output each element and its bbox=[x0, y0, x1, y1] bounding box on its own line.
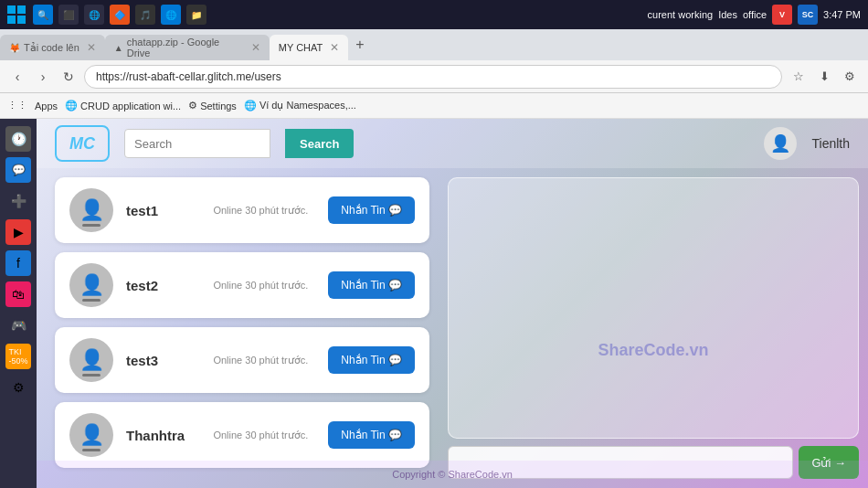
windows-logo-icon[interactable] bbox=[7, 5, 26, 24]
app-header: MC Search 👤 Tienlth bbox=[37, 119, 868, 168]
user-name-0: test1 bbox=[126, 203, 200, 218]
app2-icon[interactable]: 🎵 bbox=[135, 5, 155, 25]
bookmark-ns-label: Ví dụ Namespaces,... bbox=[259, 100, 356, 111]
bookmark-namespaces[interactable]: 🌐 Ví dụ Namespaces,... bbox=[244, 100, 356, 111]
bookmarks-bar: ⋮⋮ Apps 🌐 CRUD application wi... ⚙ Setti… bbox=[0, 93, 868, 119]
download-icon[interactable]: ⬇ bbox=[813, 66, 835, 88]
new-tab-button[interactable]: + bbox=[348, 37, 371, 53]
user-status-1: Online 30 phút trước. bbox=[213, 280, 308, 292]
bookmark-settings-label: Settings bbox=[200, 101, 237, 111]
avatar-bar-0 bbox=[82, 224, 101, 227]
sidebar-add-icon[interactable]: ➕ bbox=[5, 188, 31, 214]
bookmark-crud-icon: 🌐 bbox=[65, 100, 78, 111]
user-avatar-3: 👤 bbox=[69, 413, 113, 457]
send-button[interactable]: Gửi → bbox=[799, 446, 859, 479]
user-avatar-2: 👤 bbox=[69, 338, 113, 382]
taskbar-left: 🔍 ⬛ 🌐 🔷 🎵 🌐 📁 bbox=[7, 5, 206, 25]
message-button-1[interactable]: Nhắn Tin 💬 bbox=[328, 271, 415, 299]
tab2-label: chatapp.zip - Google Drive bbox=[127, 37, 244, 58]
taskbar: 🔍 ⬛ 🌐 🔷 🎵 🌐 📁 curent working Ides office… bbox=[0, 0, 868, 29]
avatar-bar-1 bbox=[82, 299, 101, 302]
bookmark-crud-label: CRUD application wi... bbox=[80, 101, 181, 111]
chat-input[interactable] bbox=[448, 446, 793, 479]
app3-icon[interactable]: 🌐 bbox=[161, 5, 181, 25]
user-avatar-0: 👤 bbox=[69, 188, 113, 232]
avatar-icon-0: 👤 bbox=[79, 198, 104, 222]
username-label: Tienlth bbox=[811, 136, 850, 151]
clock: 3:47 PM bbox=[823, 9, 861, 20]
user-card-3: 👤 Thanhtra Online 30 phút trước. Nhắn Ti… bbox=[55, 402, 429, 468]
chat-messages-area: ShareCode.vn bbox=[448, 177, 859, 439]
address-actions: ☆ ⬇ ⚙ bbox=[788, 66, 861, 88]
tab-drive[interactable]: ▲ chatapp.zip - Google Drive ✕ bbox=[105, 35, 270, 60]
sidebar-clock-icon[interactable]: 🕐 bbox=[5, 126, 31, 152]
app4-icon[interactable]: 📁 bbox=[186, 5, 206, 25]
sidebar-shop-icon[interactable]: 🛍 bbox=[5, 281, 31, 307]
tab-bar: 🦊 Tải code lên ✕ ▲ chatapp.zip - Google … bbox=[0, 29, 868, 60]
message-button-3[interactable]: Nhắn Tin 💬 bbox=[328, 421, 415, 449]
sidebar-youtube-icon[interactable]: ▶ bbox=[5, 219, 31, 245]
avatar-bar-3 bbox=[82, 449, 101, 451]
avatar-icon-1: 👤 bbox=[79, 273, 104, 297]
user-card-1: 👤 test2 Online 30 phút trước. Nhắn Tin 💬 bbox=[55, 252, 429, 318]
sidebar-app5-icon[interactable]: 🎮 bbox=[5, 313, 31, 338]
settings-icon[interactable]: ⚙ bbox=[839, 66, 861, 88]
sidebar-facebook-icon[interactable]: f bbox=[5, 250, 31, 276]
app-logo: MC bbox=[55, 125, 110, 162]
user-status-2: Online 30 phút trước. bbox=[213, 355, 308, 366]
tab3-label: MY CHAT bbox=[279, 42, 323, 53]
user-status-0: Online 30 phút trước. bbox=[213, 205, 308, 217]
avatar-icon-3: 👤 bbox=[79, 423, 104, 447]
message-button-0[interactable]: Nhắn Tin 💬 bbox=[328, 196, 415, 224]
chat-watermark: ShareCode.vn bbox=[598, 341, 708, 360]
bookmark-apps[interactable]: Apps bbox=[35, 101, 58, 111]
user-name-3: Thanhtra bbox=[126, 428, 200, 443]
tab1-label: Tải code lên bbox=[24, 42, 79, 54]
left-sidebar: 🕐 💬 ➕ ▶ f 🛍 🎮 TKI-50% ⚙ bbox=[0, 119, 37, 488]
tab1-close-icon[interactable]: ✕ bbox=[87, 41, 96, 54]
user-avatar-1: 👤 bbox=[69, 263, 113, 307]
reload-button[interactable]: ↻ bbox=[58, 67, 79, 87]
bookmark-apps-icon: ⋮⋮ bbox=[7, 100, 27, 111]
bookmark-star-icon[interactable]: ☆ bbox=[788, 66, 810, 88]
user-status-3: Online 30 phút trước. bbox=[213, 430, 308, 441]
back-button[interactable]: ‹ bbox=[7, 67, 27, 87]
user-card-0: 👤 test1 Online 30 phút trước. Nhắn Tin 💬 bbox=[55, 177, 429, 243]
search-input[interactable] bbox=[124, 129, 270, 158]
tab2-favicon-icon: ▲ bbox=[114, 43, 123, 53]
tab-mychat[interactable]: MY CHAT ✕ bbox=[270, 35, 349, 60]
tab2-close-icon[interactable]: ✕ bbox=[251, 41, 260, 54]
user-name-1: test2 bbox=[126, 278, 200, 293]
bookmark-crud[interactable]: 🌐 CRUD application wi... bbox=[65, 100, 181, 111]
url-bar[interactable]: https://rust-abaft-cellar.glitch.me/user… bbox=[84, 65, 782, 89]
app1-icon[interactable]: 🔷 bbox=[110, 5, 130, 25]
bookmark-ns-icon: 🌐 bbox=[244, 100, 257, 111]
avatar-icon-2: 👤 bbox=[79, 348, 104, 372]
sidebar-messenger-icon[interactable]: 💬 bbox=[5, 157, 31, 183]
bookmark-settings[interactable]: ⚙ Settings bbox=[188, 100, 237, 111]
app-container: MC Search 👤 Tienlth 👤 test1 Online 30 ph… bbox=[37, 119, 868, 488]
forward-button[interactable]: › bbox=[33, 67, 53, 87]
search-button[interactable]: Search bbox=[285, 129, 354, 158]
browser-icon[interactable]: 🌐 bbox=[84, 5, 104, 25]
taskbar-pinned-icons: 🔍 ⬛ 🌐 🔷 🎵 🌐 📁 bbox=[33, 5, 206, 25]
taskview-icon[interactable]: ⬛ bbox=[58, 5, 79, 25]
sharecode-logo: SC bbox=[798, 5, 818, 25]
bookmark-apps-label: Apps bbox=[35, 101, 58, 111]
search-taskbar-icon[interactable]: 🔍 bbox=[33, 5, 53, 25]
app-body: 👤 test1 Online 30 phút trước. Nhắn Tin 💬… bbox=[37, 168, 868, 488]
tray-app-icon[interactable]: V bbox=[772, 5, 792, 25]
chat-input-row: Gửi → bbox=[448, 446, 859, 479]
taskbar-status-label: curent working bbox=[648, 9, 714, 20]
tab-upload[interactable]: 🦊 Tải code lên ✕ bbox=[0, 35, 105, 60]
sidebar-settings2-icon[interactable]: ⚙ bbox=[5, 375, 31, 400]
chat-panel: ShareCode.vn Gửi → bbox=[448, 168, 868, 488]
taskbar-tray2: office bbox=[743, 9, 767, 20]
tab3-close-icon[interactable]: ✕ bbox=[330, 41, 339, 54]
url-text: https://rust-abaft-cellar.glitch.me/user… bbox=[96, 70, 281, 83]
user-name-2: test3 bbox=[126, 353, 200, 368]
tab1-favicon-icon: 🦊 bbox=[9, 43, 20, 53]
users-list: 👤 test1 Online 30 phút trước. Nhắn Tin 💬… bbox=[37, 168, 448, 488]
message-button-2[interactable]: Nhắn Tin 💬 bbox=[328, 346, 415, 374]
sidebar-sale-icon[interactable]: TKI-50% bbox=[5, 344, 31, 369]
